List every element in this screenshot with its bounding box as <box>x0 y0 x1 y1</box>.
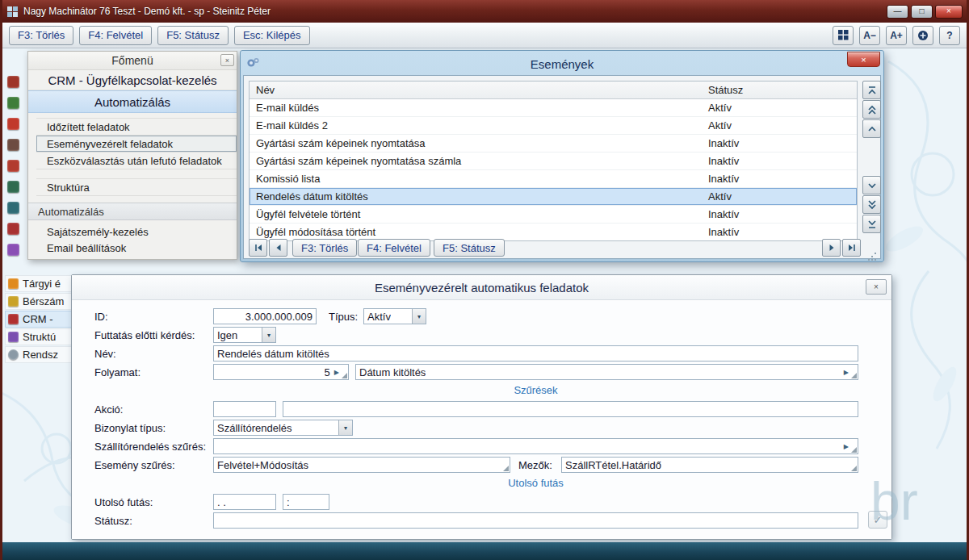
app-icon <box>6 6 19 18</box>
font-decrease-button[interactable]: A− <box>859 26 880 45</box>
module-strip-icon[interactable] <box>7 223 19 235</box>
ask-select[interactable]: Igen ▾ <box>213 327 276 343</box>
table-row[interactable]: Gyártási szám képeinek nyomtatása számla… <box>250 153 857 170</box>
menu-item-struktura[interactable]: Struktúra <box>36 179 237 196</box>
fields-field[interactable]: SzállRTétel.Határidő <box>561 457 858 473</box>
event-filter-field[interactable]: Felvétel+Módosítás <box>213 457 510 473</box>
status-field[interactable] <box>213 512 858 529</box>
chevron-down-icon[interactable]: ▾ <box>262 328 275 342</box>
menu-item-sajatszemely[interactable]: Sajátszemély-kezelés <box>36 224 237 240</box>
picker-arrow-icon[interactable]: ▶ <box>844 443 849 450</box>
module-strip-icon[interactable] <box>7 181 19 193</box>
dialog-delete-button[interactable]: F3: Törlés <box>292 239 357 257</box>
column-header-status[interactable]: Státusz <box>708 84 743 96</box>
process-name-field[interactable]: Dátum kitöltés ▶ <box>355 364 858 380</box>
nav-row-label: Bérszám <box>23 295 64 307</box>
payroll-icon <box>8 296 19 307</box>
module-strip-icon[interactable] <box>7 160 19 172</box>
maximize-button[interactable]: □ <box>911 5 933 19</box>
panel-close-button[interactable]: × <box>220 54 234 66</box>
table-row[interactable]: Ügyfél módosítása történt Inaktív <box>250 224 857 240</box>
events-dialog-close-button[interactable]: × <box>847 52 880 67</box>
id-label: ID: <box>94 308 108 324</box>
action-field-1[interactable] <box>213 401 276 417</box>
menu-item-idozitett[interactable]: Időzített feladatok <box>36 119 237 136</box>
action-field-2[interactable] <box>283 401 858 417</box>
first-record-button[interactable] <box>249 239 267 257</box>
layout-grid-button[interactable] <box>833 26 854 45</box>
order-filter-field[interactable]: ▶ <box>213 438 858 454</box>
type-select[interactable]: Aktív ▾ <box>363 308 426 324</box>
field-grip[interactable] <box>851 373 857 378</box>
table-row[interactable]: E-mail küldés Aktív <box>250 99 857 117</box>
scroll-column <box>862 81 881 236</box>
status-label: Státusz: <box>94 512 132 529</box>
picker-arrow-icon[interactable]: ▶ <box>334 369 339 376</box>
column-header-name[interactable]: Név <box>250 84 708 96</box>
doc-type-select[interactable]: Szállítórendelés ▾ <box>213 420 353 436</box>
scroll-up-button[interactable] <box>862 119 881 138</box>
fields-value: SzállRTétel.Határidő <box>565 459 661 471</box>
next-record-button[interactable] <box>822 239 841 257</box>
last-run-time-field[interactable]: : <box>283 494 329 510</box>
last-run-date-field[interactable]: . . <box>213 494 276 510</box>
font-increase-button[interactable]: A+ <box>886 26 907 45</box>
row-status: Aktív <box>708 102 732 114</box>
table-row[interactable]: Ügyfél felvétele történt Inaktív <box>250 206 857 224</box>
menu-item-eszkozvalasztas[interactable]: Eszközválasztás után lefutó feladatok <box>36 153 237 169</box>
module-strip-icon[interactable] <box>7 202 19 214</box>
exit-button[interactable]: Esc: Kilépés <box>234 26 310 45</box>
field-grip[interactable] <box>503 466 509 471</box>
table-header: Név Státusz <box>250 81 857 99</box>
menu-section-automatizalas[interactable]: Automatizálás <box>28 203 237 220</box>
table-row-selected[interactable]: Rendelés dátum kitöltés Aktív <box>250 188 857 206</box>
dialog-status-button[interactable]: F5: Státusz <box>434 239 505 257</box>
window-title: Nagy Machinátor 76 Teszt - Demó kft. - s… <box>23 6 271 17</box>
scroll-down-button[interactable] <box>862 176 881 194</box>
field-grip[interactable] <box>851 447 857 453</box>
menu-item-email[interactable]: Email beállítások <box>36 240 237 256</box>
previous-record-button[interactable] <box>269 239 287 257</box>
fields-label: Mezők: <box>518 457 552 473</box>
module-strip-icon[interactable] <box>7 97 19 109</box>
name-field[interactable]: Rendelés dátum kitöltés <box>213 345 858 361</box>
menu-item-esemenyvezerelt[interactable]: Eseményvezérelt feladatok <box>36 136 237 153</box>
module-strip-icon[interactable] <box>7 118 19 130</box>
scroll-to-top-button[interactable] <box>862 81 881 99</box>
table-row[interactable]: Gyártási szám képeinek nyomtatása Inaktí… <box>250 135 857 153</box>
dialog-add-button[interactable]: F4: Felvétel <box>358 239 430 257</box>
task-dialog-title-bar: Eseményvezérelt automatikus feladatok × <box>72 275 891 300</box>
module-header[interactable]: CRM - Ügyfélkapcsolat-kezelés <box>28 70 237 90</box>
help-button[interactable]: ? <box>939 26 960 45</box>
field-grip[interactable] <box>851 466 857 471</box>
row-name: Ügyfél módosítása történt <box>250 226 708 238</box>
table-row[interactable]: Komissió lista Inaktív <box>250 170 857 188</box>
chevron-down-icon[interactable]: ▾ <box>412 309 426 324</box>
add-button[interactable]: F4: Felvétel <box>79 26 152 45</box>
field-grip[interactable] <box>342 373 347 378</box>
resize-grip[interactable] <box>875 253 876 254</box>
page-up-button[interactable] <box>862 100 881 119</box>
picker-arrow-icon[interactable]: ▶ <box>844 369 849 376</box>
globe-plus-button[interactable] <box>912 26 933 45</box>
status-button[interactable]: F5: Státusz <box>157 26 229 45</box>
delete-button[interactable]: F3: Törlés <box>9 26 73 45</box>
table-row[interactable]: E-mail küldés 2 Aktív <box>250 117 857 135</box>
scroll-to-bottom-button[interactable] <box>862 215 881 233</box>
last-record-button[interactable] <box>842 239 861 257</box>
process-number-field[interactable]: 5 ▶ <box>213 364 349 380</box>
last-run-time-value: : <box>287 496 290 508</box>
grid-icon <box>838 30 849 40</box>
task-dialog: Eseményvezérelt automatikus feladatok × … <box>71 274 892 540</box>
close-button[interactable]: × <box>935 5 963 19</box>
chevron-down-icon[interactable]: ▾ <box>338 420 352 435</box>
group-header-automatizalas[interactable]: Automatizálás <box>28 90 237 113</box>
module-strip-icon[interactable] <box>7 76 19 88</box>
module-strip-icon[interactable] <box>7 244 19 256</box>
minimize-button[interactable]: — <box>887 5 908 19</box>
task-dialog-close-button[interactable]: × <box>866 279 887 295</box>
id-field[interactable]: 3.000.000.009 <box>213 308 317 324</box>
module-strip-icon[interactable] <box>7 139 19 151</box>
page-down-button[interactable] <box>862 195 881 214</box>
menu-list-2: Sajátszemély-kezelés Email beállítások <box>36 224 237 256</box>
